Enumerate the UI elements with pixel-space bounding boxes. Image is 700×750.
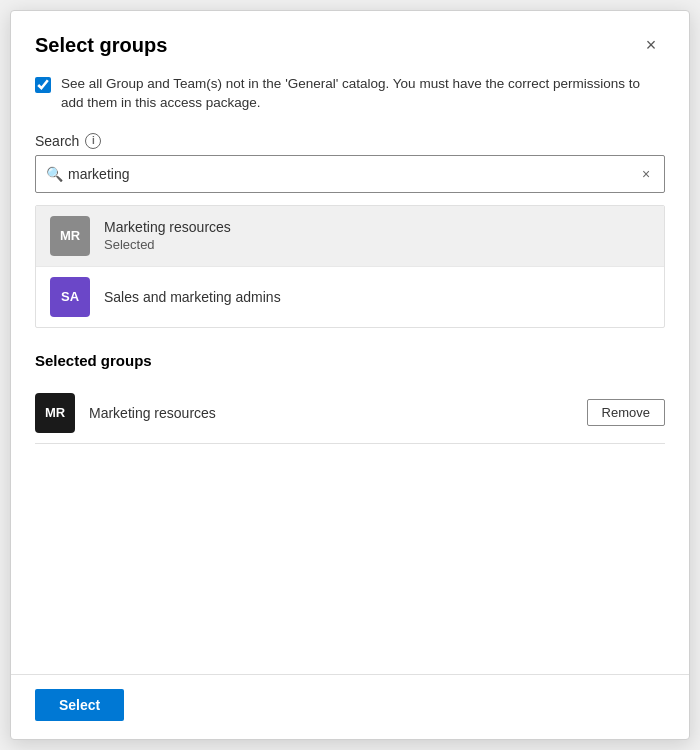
search-clear-button[interactable]: × — [636, 164, 656, 184]
selected-avatar-marketing-resources: MR — [35, 393, 75, 433]
see-all-groups-row: See all Group and Team(s) not in the 'Ge… — [35, 75, 665, 113]
result-text-marketing-resources: Marketing resources Selected — [104, 219, 231, 252]
see-all-groups-label: See all Group and Team(s) not in the 'Ge… — [61, 75, 665, 113]
search-info-icon[interactable]: i — [85, 133, 101, 149]
avatar-sales-marketing: SA — [50, 277, 90, 317]
close-icon: × — [646, 35, 657, 56]
search-input-wrapper: 🔍 × — [35, 155, 665, 193]
see-all-groups-checkbox[interactable] — [35, 77, 51, 93]
close-button[interactable]: × — [637, 31, 665, 59]
dialog-title: Select groups — [35, 34, 167, 57]
dialog-footer: Select — [11, 674, 689, 739]
selected-group-name-marketing-resources: Marketing resources — [89, 405, 573, 421]
search-input[interactable] — [36, 156, 664, 192]
result-item-marketing-resources[interactable]: MR Marketing resources Selected — [36, 206, 664, 267]
search-label-row: Search i — [35, 133, 665, 149]
dialog-header: Select groups × — [11, 11, 689, 75]
remove-marketing-resources-button[interactable]: Remove — [587, 399, 665, 426]
selected-groups-title: Selected groups — [35, 352, 665, 369]
result-status-marketing-resources: Selected — [104, 237, 231, 252]
avatar-marketing-resources: MR — [50, 216, 90, 256]
search-label: Search — [35, 133, 79, 149]
result-name-marketing-resources: Marketing resources — [104, 219, 231, 235]
results-list: MR Marketing resources Selected SA Sales… — [35, 205, 665, 328]
select-button[interactable]: Select — [35, 689, 124, 721]
selected-group-item-marketing-resources: MR Marketing resources Remove — [35, 383, 665, 444]
select-groups-dialog: Select groups × See all Group and Team(s… — [10, 10, 690, 740]
search-section: Search i 🔍 × — [35, 133, 665, 193]
result-name-sales-marketing: Sales and marketing admins — [104, 289, 281, 305]
selected-groups-section: Selected groups MR Marketing resources R… — [35, 352, 665, 444]
clear-icon: × — [642, 166, 650, 182]
result-text-sales-marketing: Sales and marketing admins — [104, 289, 281, 305]
result-item-sales-marketing[interactable]: SA Sales and marketing admins — [36, 267, 664, 327]
dialog-body: See all Group and Team(s) not in the 'Ge… — [11, 75, 689, 674]
